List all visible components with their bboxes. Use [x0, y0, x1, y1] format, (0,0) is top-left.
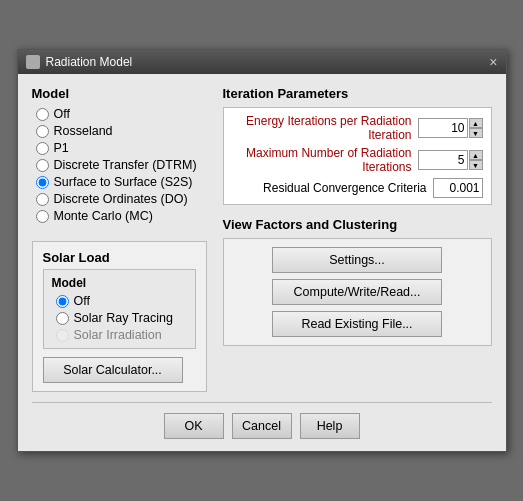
solar-load-title: Solar Load — [43, 250, 196, 265]
window-icon — [26, 55, 40, 69]
iteration-table: Energy Iterations per Radiation Iteratio… — [223, 107, 492, 205]
spinner-0: ▲ ▼ — [469, 118, 483, 138]
solar-model-box: Model Off Solar Ray Tracing — [43, 269, 196, 349]
ok-button[interactable]: OK — [164, 413, 224, 439]
spinner-1: ▲ ▼ — [469, 150, 483, 170]
solar-model-title: Model — [52, 276, 187, 290]
radio-s2s-label: Surface to Surface (S2S) — [54, 175, 193, 189]
columns-layout: Model Off Rosseland P1 — [32, 86, 492, 392]
bottom-bar: OK Cancel Help — [18, 403, 506, 451]
solar-radio-item-irr: Solar Irradiation — [56, 328, 187, 342]
solar-radio-item-ray[interactable]: Solar Ray Tracing — [56, 311, 187, 325]
radio-mc[interactable] — [36, 210, 49, 223]
solar-radio-item-off[interactable]: Off — [56, 294, 187, 308]
radio-dtrm-label: Discrete Transfer (DTRM) — [54, 158, 197, 172]
radio-rosseland-label: Rosseland — [54, 124, 113, 138]
iter-input-2[interactable] — [433, 178, 483, 198]
radiation-model-dialog: Radiation Model × Model Off Rosseland — [17, 49, 507, 452]
spin-down-1[interactable]: ▼ — [469, 160, 483, 170]
close-icon[interactable]: × — [489, 55, 497, 69]
iteration-section-title: Iteration Parameters — [223, 86, 492, 101]
left-column: Model Off Rosseland P1 — [32, 86, 207, 392]
radio-item-mc[interactable]: Monte Carlo (MC) — [36, 209, 207, 223]
radio-off-label: Off — [54, 107, 70, 121]
read-existing-button[interactable]: Read Existing File... — [272, 311, 442, 337]
radio-item-off[interactable]: Off — [36, 107, 207, 121]
compute-button[interactable]: Compute/Write/Read... — [272, 279, 442, 305]
iteration-section: Iteration Parameters Energy Iterations p… — [223, 86, 492, 205]
radio-p1[interactable] — [36, 142, 49, 155]
radio-p1-label: P1 — [54, 141, 69, 155]
radio-s2s[interactable] — [36, 176, 49, 189]
view-factors-title: View Factors and Clustering — [223, 217, 492, 232]
model-section-title: Model — [32, 86, 207, 101]
radio-item-s2s[interactable]: Surface to Surface (S2S) — [36, 175, 207, 189]
radio-do[interactable] — [36, 193, 49, 206]
radio-mc-label: Monte Carlo (MC) — [54, 209, 153, 223]
iter-input-wrap-0: ▲ ▼ — [418, 118, 483, 138]
model-radio-group: Off Rosseland P1 Discrete Transfer (DTRM… — [36, 107, 207, 223]
solar-radio-ray-label: Solar Ray Tracing — [74, 311, 173, 325]
radio-item-rosseland[interactable]: Rosseland — [36, 124, 207, 138]
radio-item-dtrm[interactable]: Discrete Transfer (DTRM) — [36, 158, 207, 172]
iter-row-2: Residual Convergence Criteria — [232, 178, 483, 198]
iter-input-wrap-1: ▲ ▼ — [418, 150, 483, 170]
help-button[interactable]: Help — [300, 413, 360, 439]
solar-radio-off-label: Off — [74, 294, 90, 308]
solar-radio-group: Off Solar Ray Tracing Solar Irradiation — [56, 294, 187, 342]
view-factors-buttons: Settings... Compute/Write/Read... Read E… — [223, 238, 492, 346]
solar-radio-off[interactable] — [56, 295, 69, 308]
iter-input-0[interactable] — [418, 118, 468, 138]
radio-item-p1[interactable]: P1 — [36, 141, 207, 155]
radio-item-do[interactable]: Discrete Ordinates (DO) — [36, 192, 207, 206]
spin-up-1[interactable]: ▲ — [469, 150, 483, 160]
iter-row-0: Energy Iterations per Radiation Iteratio… — [232, 114, 483, 142]
radio-off[interactable] — [36, 108, 49, 121]
cancel-button[interactable]: Cancel — [232, 413, 292, 439]
spin-up-0[interactable]: ▲ — [469, 118, 483, 128]
radio-do-label: Discrete Ordinates (DO) — [54, 192, 188, 206]
solar-radio-irr-label: Solar Irradiation — [74, 328, 162, 342]
window-title: Radiation Model — [46, 55, 133, 69]
spin-down-0[interactable]: ▼ — [469, 128, 483, 138]
solar-load-section: Solar Load Model Off Solar Ray Tracing — [32, 241, 207, 392]
iter-input-1[interactable] — [418, 150, 468, 170]
solar-radio-ray[interactable] — [56, 312, 69, 325]
solar-calculator-button[interactable]: Solar Calculator... — [43, 357, 183, 383]
radio-dtrm[interactable] — [36, 159, 49, 172]
radio-rosseland[interactable] — [36, 125, 49, 138]
main-content: Model Off Rosseland P1 — [18, 74, 506, 402]
iter-row-1: Maximum Number of Radiation Iterations ▲… — [232, 146, 483, 174]
iter-label-2: Residual Convergence Criteria — [232, 181, 427, 195]
titlebar-left: Radiation Model — [26, 55, 133, 69]
right-column: Iteration Parameters Energy Iterations p… — [223, 86, 492, 392]
titlebar: Radiation Model × — [18, 50, 506, 74]
iter-label-1: Maximum Number of Radiation Iterations — [232, 146, 412, 174]
settings-button[interactable]: Settings... — [272, 247, 442, 273]
iter-label-0: Energy Iterations per Radiation Iteratio… — [232, 114, 412, 142]
iter-input-wrap-2 — [433, 178, 483, 198]
view-factors-section: View Factors and Clustering Settings... … — [223, 217, 492, 346]
solar-radio-irr — [56, 329, 69, 342]
